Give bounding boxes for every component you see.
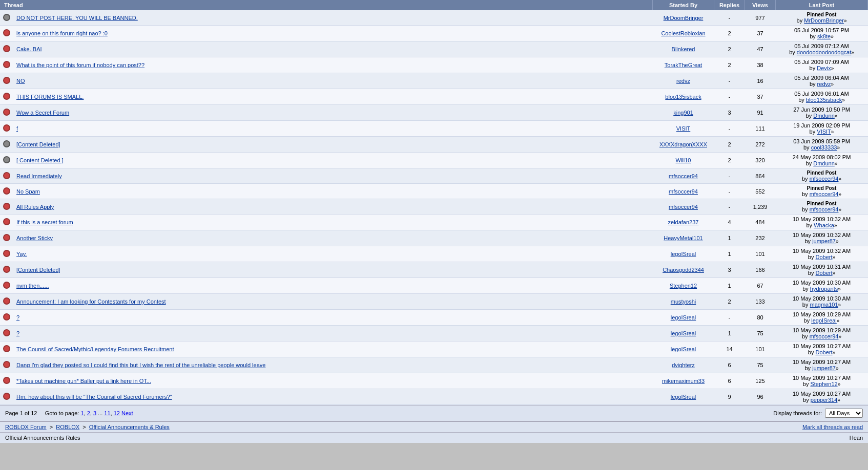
thread-title-link[interactable]: The Counsil of Sacred/Mythic/Legenday Fo… <box>16 346 174 352</box>
started-by-link[interactable]: legoISreal <box>671 314 696 321</box>
thread-title-link[interactable]: Read Immediately <box>16 173 62 179</box>
page-link-3[interactable]: 3 <box>93 410 96 416</box>
started-by-link[interactable]: bloo135isback <box>665 94 701 100</box>
started-by-link[interactable]: Blinkered <box>672 46 695 52</box>
last-post-by-link[interactable]: Whacka <box>814 222 834 228</box>
last-post-by-link[interactable]: Dmdunn <box>813 113 835 119</box>
thread-title-link[interactable]: ? <box>16 330 19 336</box>
thread-title-link[interactable]: DO NOT POST HERE. YOU WILL BE BANNED. <box>16 15 138 21</box>
started-by-link[interactable]: legoISreal <box>671 251 696 257</box>
last-post-arrow-icon: » <box>838 191 841 197</box>
thread-title-link[interactable]: Another Sticky <box>16 235 53 241</box>
display-threads-select[interactable]: All Days 1 Day 2 Days 1 Week 2 Weeks 1 M… <box>825 409 863 418</box>
started-by-link[interactable]: VISIT <box>676 125 691 132</box>
started-by-link[interactable]: HeavyMetal101 <box>664 235 702 241</box>
started-by-link[interactable]: redvz <box>676 78 690 84</box>
started-by-link[interactable]: legoISreal <box>671 394 696 400</box>
started-by-link[interactable]: dvighterz <box>672 362 695 368</box>
started-by-link[interactable]: XXXXdragonXXXX <box>659 141 707 147</box>
last-post-by-link[interactable]: MrDoomBringer <box>804 17 844 24</box>
last-post-by-link[interactable]: cool33333 <box>811 144 837 151</box>
started-by-link[interactable]: Chaosgodd2344 <box>663 267 704 273</box>
replies-cell: - <box>714 73 745 89</box>
views-cell: 75 <box>745 326 776 341</box>
last-post-by-link[interactable]: jumper87 <box>812 238 836 244</box>
last-post-by-link[interactable]: mfsoccer94 <box>810 176 839 182</box>
thread-title-link[interactable]: Hm, how about this will be "The Counsil … <box>16 394 172 400</box>
last-post-by-link[interactable]: sk8te <box>817 33 831 39</box>
thread-title-link[interactable]: NO <box>16 78 25 84</box>
started-by-link[interactable]: legoISreal <box>671 330 696 336</box>
thread-title-link[interactable]: All Rules Apply <box>16 204 54 210</box>
started-by-link[interactable]: Stephen12 <box>670 283 697 289</box>
views-cell: 320 <box>745 153 776 168</box>
replies-cell: - <box>714 121 745 137</box>
thread-icon <box>3 45 10 52</box>
thread-title-cell: Yay. <box>13 246 653 262</box>
last-post-by-link[interactable]: VISIT <box>817 129 831 135</box>
thread-title-link[interactable]: No Spam <box>16 188 40 195</box>
thread-title-link[interactable]: is anyone on this forum right nao? :0 <box>16 30 108 36</box>
last-post-by-link[interactable]: doodoodoodoodogcat <box>797 49 851 55</box>
last-post-by-link[interactable]: Dmdunn <box>813 160 835 166</box>
started-by-link[interactable]: MrDoomBringer <box>664 15 704 21</box>
breadcrumb-section[interactable]: Official Announcements & Rules <box>89 424 170 430</box>
thread-title-link[interactable]: f <box>16 125 18 132</box>
thread-title-link[interactable]: THIS FORUMS IS SMALL. <box>16 94 84 100</box>
last-post-by-link[interactable]: Dobert <box>816 254 833 260</box>
thread-title-link[interactable]: What is the point of this forum if nobod… <box>16 62 144 68</box>
started-by-link[interactable]: TorakTheGreat <box>665 62 702 68</box>
started-by-cell: Will10 <box>653 153 714 168</box>
page-link-12[interactable]: 12 <box>114 410 120 416</box>
last-post-by-link[interactable]: legoISreal <box>811 317 837 324</box>
last-post-by-link[interactable]: mfsoccer94 <box>810 206 839 212</box>
thread-title-link[interactable]: [ Content Deleted ] <box>16 157 64 163</box>
last-post-by-link[interactable]: Dobert <box>816 349 833 355</box>
thread-title-link[interactable]: If this is a secret forum <box>16 219 73 225</box>
thread-title-link[interactable]: [Content Deleted] <box>16 267 60 273</box>
thread-title-link[interactable]: nvm then...... <box>16 283 49 289</box>
thread-title-link[interactable]: Dang I'm glad they posted so I could fin… <box>16 362 265 368</box>
thread-title-link[interactable]: Wow a Secret Forum <box>16 110 69 116</box>
thread-title-link[interactable]: Yay. <box>16 251 27 257</box>
started-by-link[interactable]: zeldafan237 <box>668 219 699 225</box>
thread-title-link[interactable]: Cake. BAI <box>16 46 42 52</box>
started-by-link[interactable]: Will10 <box>676 157 691 163</box>
last-post-cell: 05 Jul 2009 06:04 AMby redvz» <box>776 73 868 89</box>
last-post-by: by Whacka» <box>779 222 865 228</box>
thread-title-link[interactable]: *Takes out machine gun* Baller put a lin… <box>16 378 151 384</box>
mark-all-read-link[interactable]: Mark all threads as read <box>802 424 863 430</box>
last-post-by-link[interactable]: hydropants <box>810 286 838 292</box>
page-link-1[interactable]: 1 <box>80 410 84 416</box>
last-post-by-link[interactable]: bloo135isback <box>806 97 842 103</box>
page-link-next[interactable]: Next <box>121 410 133 416</box>
last-post-by-link[interactable]: mfsoccer94 <box>810 333 839 339</box>
thread-title-link[interactable]: Announcement: I am looking for Contestan… <box>16 298 166 305</box>
started-by-link[interactable]: mikemaximum33 <box>662 378 705 384</box>
thread-title-link[interactable]: [Content Deleted] <box>16 141 60 147</box>
started-by-link[interactable]: legoISreal <box>671 346 696 352</box>
started-by-link[interactable]: mustyoshi <box>671 298 696 305</box>
last-post-by-link[interactable]: jumper87 <box>812 365 836 371</box>
started-by-link[interactable]: mfsoccer94 <box>669 173 698 179</box>
started-by-cell: HeavyMetal101 <box>653 230 714 246</box>
thread-title-link[interactable]: ? <box>16 314 19 321</box>
page-link-2[interactable]: 2 <box>87 410 90 416</box>
last-post-by-link[interactable]: magma101 <box>810 302 838 308</box>
last-post-arrow-icon: » <box>838 381 841 387</box>
page-link-11[interactable]: 11 <box>104 410 110 416</box>
replies-cell: 2 <box>714 26 745 41</box>
last-post-cell: 10 May 2009 10:31 AMby Dobert» <box>776 262 868 278</box>
last-post-by-link[interactable]: redvz <box>817 81 831 87</box>
last-post-by-link[interactable]: Devix <box>817 65 831 71</box>
last-post-by-link[interactable]: pepper314 <box>811 397 838 403</box>
last-post-by-link[interactable]: Stephen12 <box>810 381 837 387</box>
started-by-link[interactable]: king901 <box>673 110 693 116</box>
started-by-link[interactable]: mfsoccer94 <box>669 204 698 210</box>
breadcrumb-roblox-forum[interactable]: ROBLOX Forum <box>5 424 47 430</box>
breadcrumb-roblox[interactable]: ROBLOX <box>56 424 79 430</box>
last-post-by-link[interactable]: Dobert <box>816 270 833 276</box>
started-by-link[interactable]: CoolestRobloxian <box>661 30 705 36</box>
started-by-link[interactable]: mfsoccer94 <box>669 188 698 195</box>
last-post-by-link[interactable]: mfsoccer94 <box>810 191 839 197</box>
